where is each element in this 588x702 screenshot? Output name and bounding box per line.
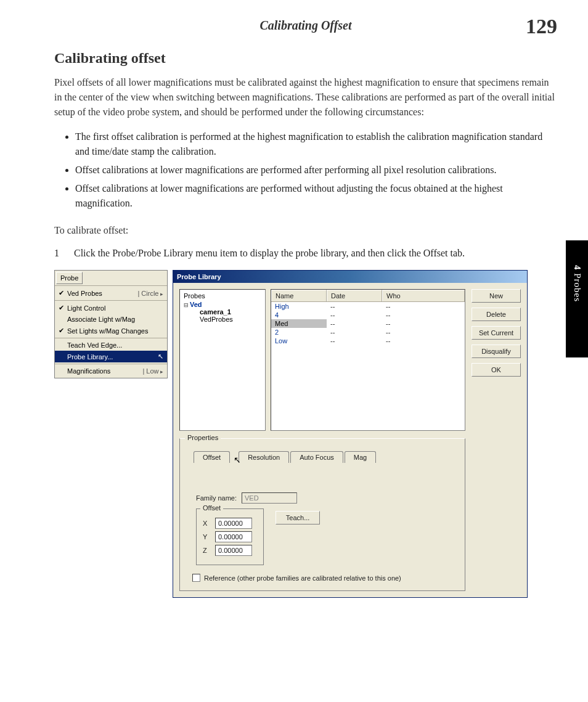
list-row[interactable]: High---- [271, 302, 465, 311]
menu-item-set-lights[interactable]: ✔Set Lights w/Mag Changes [55, 325, 167, 337]
section-title: Calibrating offset [54, 50, 557, 67]
list-row[interactable]: Low---- [271, 337, 465, 345]
new-button[interactable]: New [472, 289, 521, 303]
properties-legend: Properties [185, 434, 221, 441]
offset-y-label: Y [203, 533, 210, 541]
step-text: Click the Probe/Probe Library menu item … [74, 248, 465, 259]
probe-tree-panel[interactable]: Probes ⊟Ved camera_1 VedProbes [179, 289, 266, 431]
ok-button[interactable]: OK [472, 363, 521, 377]
chevron-right-icon: ▸ [158, 369, 163, 375]
chapter-number: 4 [573, 265, 582, 271]
intro-paragraph: Pixel offsets of all lower magnification… [54, 75, 557, 120]
list-row[interactable]: 4---- [271, 311, 465, 319]
probe-menu: Probe ✔Ved Probes | Circle ▸ ✔Light Cont… [54, 270, 168, 378]
bullet-list: The first offset calibration is performe… [54, 129, 557, 211]
family-name-label: Family name: [196, 494, 237, 502]
chevron-right-icon: ▸ [158, 291, 163, 297]
offset-legend: Offset [200, 504, 223, 512]
column-header-who[interactable]: Who [382, 290, 465, 301]
tree-item-camera1[interactable]: camera_1 [200, 308, 261, 316]
bullet-item: Offset calibrations at lower magnificati… [75, 163, 557, 178]
menu-item-ved-probes[interactable]: ✔Ved Probes | Circle ▸ [55, 287, 167, 299]
column-header-name[interactable]: Name [271, 290, 327, 301]
family-name-field: VED [242, 492, 297, 504]
column-header-date[interactable]: Date [327, 290, 382, 301]
probe-list-panel[interactable]: Name Date Who High---- 4---- Med---- 2--… [271, 289, 465, 431]
window-titlebar[interactable]: Probe Library [173, 271, 527, 283]
menu-item-associate-light[interactable]: Associate Light w/Mag [55, 314, 167, 325]
offset-group: Offset X 0.00000 Y 0.00000 [196, 508, 264, 565]
menu-item-magnifications[interactable]: Magnifications | Low ▸ [55, 365, 167, 377]
step-number: 1 [54, 248, 62, 259]
menu-item-probe-library[interactable]: Probe Library... ↖ [55, 351, 167, 362]
tab-autofocus[interactable]: Auto Focus [290, 451, 343, 463]
probe-menu-title[interactable]: Probe [56, 272, 83, 284]
tree-header: Probes [184, 292, 261, 300]
delete-button[interactable]: Delete [472, 308, 521, 321]
chapter-name: Probes [573, 273, 582, 302]
offset-x-label: X [203, 520, 210, 527]
tree-item-vedprobes[interactable]: VedProbes [200, 316, 261, 323]
reference-label: Reference (other probe families are cali… [204, 574, 401, 582]
teach-button[interactable]: Teach... [276, 511, 320, 524]
probe-library-window: Probe Library Probes ⊟Ved camera_1 VedPr… [173, 270, 528, 598]
check-icon: ✔ [59, 304, 65, 312]
check-icon: ✔ [59, 289, 65, 297]
tab-offset[interactable]: Offset [194, 451, 230, 463]
page-number: 129 [526, 15, 557, 38]
offset-y-field[interactable]: 0.00000 [215, 531, 252, 542]
tree-collapse-icon[interactable]: ⊟ [184, 302, 189, 308]
list-row[interactable]: 2---- [271, 328, 465, 337]
chapter-side-tab: 4 Probes [566, 240, 588, 357]
running-head-title: Calibrating Offset [259, 18, 351, 33]
tree-root-ved[interactable]: ⊟Ved [184, 301, 261, 308]
menu-item-light-control[interactable]: ✔Light Control [55, 302, 167, 314]
menu-item-teach-ved-edge[interactable]: Teach Ved Edge... [55, 340, 167, 351]
lead-in: To calibrate offset: [54, 223, 557, 238]
disqualify-button[interactable]: Disqualify [472, 345, 521, 358]
tab-resolution[interactable]: Resolution [239, 451, 289, 463]
check-icon: ✔ [59, 327, 65, 335]
offset-z-label: Z [203, 547, 210, 554]
set-current-button[interactable]: Set Current [472, 326, 521, 340]
reference-checkbox[interactable] [192, 574, 200, 582]
cursor-arrow-icon: ↖ [158, 353, 163, 361]
tab-mag[interactable]: Mag [345, 451, 376, 463]
offset-z-field[interactable]: 0.00000 [215, 545, 252, 556]
bullet-item: The first offset calibration is performe… [75, 129, 557, 159]
offset-x-field[interactable]: 0.00000 [215, 518, 252, 529]
properties-group: Properties Offset ↖ Resolution Auto Focu… [179, 438, 465, 591]
cursor-arrow-icon: ↖ [234, 455, 241, 467]
list-row[interactable]: Med---- [271, 319, 465, 328]
bullet-item: Offset calibrations at lower magnificati… [75, 181, 557, 211]
